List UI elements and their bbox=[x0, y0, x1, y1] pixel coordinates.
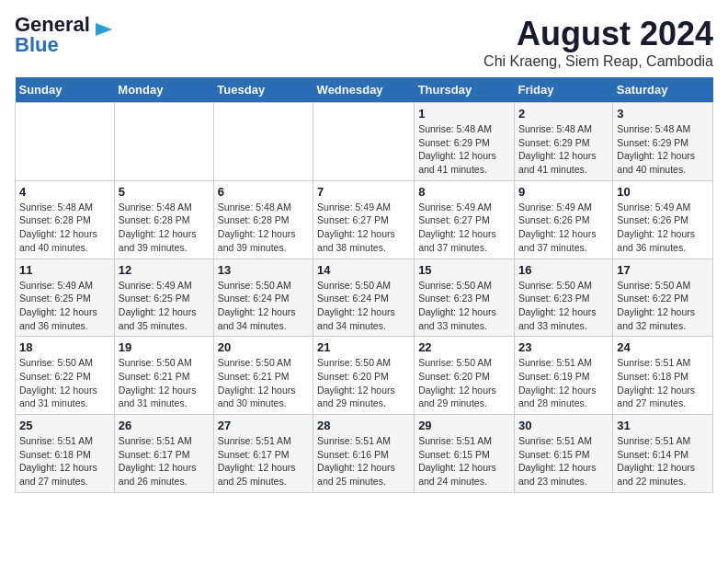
calendar-cell: 27Sunrise: 5:51 AM Sunset: 6:17 PM Dayli… bbox=[213, 415, 313, 493]
logo: GeneralBlue bbox=[15, 15, 114, 55]
day-info: Sunrise: 5:51 AM Sunset: 6:17 PM Dayligh… bbox=[218, 434, 309, 488]
calendar-cell: 1Sunrise: 5:48 AM Sunset: 6:29 PM Daylig… bbox=[415, 103, 515, 181]
calendar-cell bbox=[114, 103, 213, 181]
day-number: 13 bbox=[218, 263, 309, 277]
day-number: 11 bbox=[19, 263, 110, 277]
day-number: 25 bbox=[19, 419, 110, 432]
header-monday: Monday bbox=[114, 77, 213, 103]
day-info: Sunrise: 5:49 AM Sunset: 6:26 PM Dayligh… bbox=[617, 201, 709, 255]
calendar-cell: 25Sunrise: 5:51 AM Sunset: 6:18 PM Dayli… bbox=[16, 415, 115, 493]
day-number: 18 bbox=[19, 340, 110, 354]
calendar-cell bbox=[213, 103, 313, 181]
day-info: Sunrise: 5:50 AM Sunset: 6:20 PM Dayligh… bbox=[317, 356, 410, 410]
day-info: Sunrise: 5:49 AM Sunset: 6:25 PM Dayligh… bbox=[119, 279, 210, 333]
calendar-week-row: 11Sunrise: 5:49 AM Sunset: 6:25 PM Dayli… bbox=[16, 259, 713, 337]
day-info: Sunrise: 5:50 AM Sunset: 6:21 PM Dayligh… bbox=[119, 356, 210, 410]
day-number: 9 bbox=[518, 185, 609, 199]
day-info: Sunrise: 5:48 AM Sunset: 6:29 PM Dayligh… bbox=[617, 122, 709, 177]
day-number: 16 bbox=[518, 263, 609, 277]
calendar-cell: 7Sunrise: 5:49 AM Sunset: 6:27 PM Daylig… bbox=[313, 180, 415, 259]
calendar-cell: 3Sunrise: 5:48 AM Sunset: 6:29 PM Daylig… bbox=[613, 103, 713, 181]
day-number: 12 bbox=[119, 263, 210, 277]
header-sunday: Sunday bbox=[16, 77, 115, 103]
day-number: 14 bbox=[317, 263, 410, 277]
day-number: 4 bbox=[19, 185, 110, 199]
day-number: 21 bbox=[317, 340, 410, 354]
calendar-cell: 16Sunrise: 5:50 AM Sunset: 6:23 PM Dayli… bbox=[514, 259, 612, 337]
day-info: Sunrise: 5:49 AM Sunset: 6:27 PM Dayligh… bbox=[317, 201, 410, 255]
calendar-cell: 29Sunrise: 5:51 AM Sunset: 6:15 PM Dayli… bbox=[415, 415, 515, 493]
day-info: Sunrise: 5:48 AM Sunset: 6:28 PM Dayligh… bbox=[119, 201, 210, 255]
calendar-cell: 28Sunrise: 5:51 AM Sunset: 6:16 PM Dayli… bbox=[313, 415, 415, 493]
calendar-cell: 2Sunrise: 5:48 AM Sunset: 6:29 PM Daylig… bbox=[514, 103, 612, 181]
day-number: 15 bbox=[418, 263, 510, 277]
day-info: Sunrise: 5:49 AM Sunset: 6:26 PM Dayligh… bbox=[518, 201, 609, 255]
calendar-cell: 8Sunrise: 5:49 AM Sunset: 6:27 PM Daylig… bbox=[415, 180, 515, 259]
day-info: Sunrise: 5:51 AM Sunset: 6:15 PM Dayligh… bbox=[418, 434, 510, 488]
day-number: 26 bbox=[119, 419, 210, 432]
calendar-cell bbox=[313, 103, 415, 181]
day-number: 20 bbox=[218, 340, 309, 354]
calendar-week-row: 4Sunrise: 5:48 AM Sunset: 6:28 PM Daylig… bbox=[16, 180, 713, 259]
page-header: GeneralBlue August 2024 Chi Kraeng, Siem… bbox=[15, 15, 713, 70]
day-info: Sunrise: 5:50 AM Sunset: 6:23 PM Dayligh… bbox=[518, 279, 609, 333]
calendar-week-row: 1Sunrise: 5:48 AM Sunset: 6:29 PM Daylig… bbox=[16, 103, 713, 181]
header-tuesday: Tuesday bbox=[213, 77, 313, 103]
day-info: Sunrise: 5:50 AM Sunset: 6:20 PM Dayligh… bbox=[418, 356, 510, 410]
day-info: Sunrise: 5:50 AM Sunset: 6:21 PM Dayligh… bbox=[218, 356, 309, 410]
svg-marker-0 bbox=[96, 23, 112, 36]
day-number: 1 bbox=[418, 107, 510, 121]
day-info: Sunrise: 5:48 AM Sunset: 6:28 PM Dayligh… bbox=[218, 201, 309, 255]
day-info: Sunrise: 5:51 AM Sunset: 6:15 PM Dayligh… bbox=[518, 434, 609, 488]
calendar-cell: 19Sunrise: 5:50 AM Sunset: 6:21 PM Dayli… bbox=[114, 337, 213, 415]
day-info: Sunrise: 5:51 AM Sunset: 6:18 PM Dayligh… bbox=[19, 434, 110, 488]
day-info: Sunrise: 5:48 AM Sunset: 6:29 PM Dayligh… bbox=[418, 122, 510, 177]
day-number: 7 bbox=[317, 185, 410, 199]
day-info: Sunrise: 5:51 AM Sunset: 6:18 PM Dayligh… bbox=[617, 356, 709, 410]
day-info: Sunrise: 5:48 AM Sunset: 6:28 PM Dayligh… bbox=[19, 201, 110, 255]
day-info: Sunrise: 5:49 AM Sunset: 6:25 PM Dayligh… bbox=[19, 279, 110, 333]
day-info: Sunrise: 5:51 AM Sunset: 6:19 PM Dayligh… bbox=[518, 356, 609, 410]
calendar-cell: 22Sunrise: 5:50 AM Sunset: 6:20 PM Dayli… bbox=[415, 337, 515, 415]
day-number: 31 bbox=[617, 419, 709, 432]
calendar-cell: 6Sunrise: 5:48 AM Sunset: 6:28 PM Daylig… bbox=[213, 180, 313, 259]
calendar-cell: 21Sunrise: 5:50 AM Sunset: 6:20 PM Dayli… bbox=[313, 337, 415, 415]
title-block: August 2024 Chi Kraeng, Siem Reap, Cambo… bbox=[483, 15, 713, 70]
logo-arrow-icon bbox=[94, 19, 114, 43]
day-info: Sunrise: 5:48 AM Sunset: 6:29 PM Dayligh… bbox=[518, 122, 609, 177]
day-info: Sunrise: 5:51 AM Sunset: 6:16 PM Dayligh… bbox=[317, 434, 410, 488]
calendar-cell: 30Sunrise: 5:51 AM Sunset: 6:15 PM Dayli… bbox=[514, 415, 612, 493]
day-info: Sunrise: 5:50 AM Sunset: 6:24 PM Dayligh… bbox=[218, 279, 309, 333]
calendar-subtitle: Chi Kraeng, Siem Reap, Cambodia bbox=[483, 53, 713, 70]
day-number: 6 bbox=[218, 185, 309, 199]
calendar-cell: 9Sunrise: 5:49 AM Sunset: 6:26 PM Daylig… bbox=[514, 180, 612, 259]
day-number: 23 bbox=[518, 340, 609, 354]
calendar-cell: 10Sunrise: 5:49 AM Sunset: 6:26 PM Dayli… bbox=[613, 180, 713, 259]
day-number: 28 bbox=[317, 419, 410, 432]
calendar-cell: 14Sunrise: 5:50 AM Sunset: 6:24 PM Dayli… bbox=[313, 259, 415, 337]
calendar-cell: 13Sunrise: 5:50 AM Sunset: 6:24 PM Dayli… bbox=[213, 259, 313, 337]
header-saturday: Saturday bbox=[613, 77, 713, 103]
day-number: 22 bbox=[418, 340, 510, 354]
day-number: 30 bbox=[518, 419, 609, 432]
day-number: 17 bbox=[617, 263, 709, 277]
day-number: 10 bbox=[617, 185, 709, 199]
calendar-cell: 24Sunrise: 5:51 AM Sunset: 6:18 PM Dayli… bbox=[613, 337, 713, 415]
day-info: Sunrise: 5:50 AM Sunset: 6:22 PM Dayligh… bbox=[617, 279, 709, 333]
day-info: Sunrise: 5:51 AM Sunset: 6:17 PM Dayligh… bbox=[119, 434, 210, 488]
day-number: 19 bbox=[119, 340, 210, 354]
logo-text: GeneralBlue bbox=[15, 15, 90, 55]
day-number: 29 bbox=[418, 419, 510, 432]
calendar-week-row: 25Sunrise: 5:51 AM Sunset: 6:18 PM Dayli… bbox=[16, 415, 713, 493]
calendar-cell: 11Sunrise: 5:49 AM Sunset: 6:25 PM Dayli… bbox=[16, 259, 115, 337]
day-number: 27 bbox=[218, 419, 309, 432]
day-info: Sunrise: 5:50 AM Sunset: 6:24 PM Dayligh… bbox=[317, 279, 410, 333]
calendar-cell: 17Sunrise: 5:50 AM Sunset: 6:22 PM Dayli… bbox=[613, 259, 713, 337]
calendar-cell: 20Sunrise: 5:50 AM Sunset: 6:21 PM Dayli… bbox=[213, 337, 313, 415]
header-wednesday: Wednesday bbox=[313, 77, 415, 103]
calendar-cell: 31Sunrise: 5:51 AM Sunset: 6:14 PM Dayli… bbox=[613, 415, 713, 493]
day-info: Sunrise: 5:50 AM Sunset: 6:22 PM Dayligh… bbox=[19, 356, 110, 410]
calendar-cell bbox=[16, 103, 115, 181]
day-number: 8 bbox=[418, 185, 510, 199]
day-info: Sunrise: 5:51 AM Sunset: 6:14 PM Dayligh… bbox=[617, 434, 709, 488]
